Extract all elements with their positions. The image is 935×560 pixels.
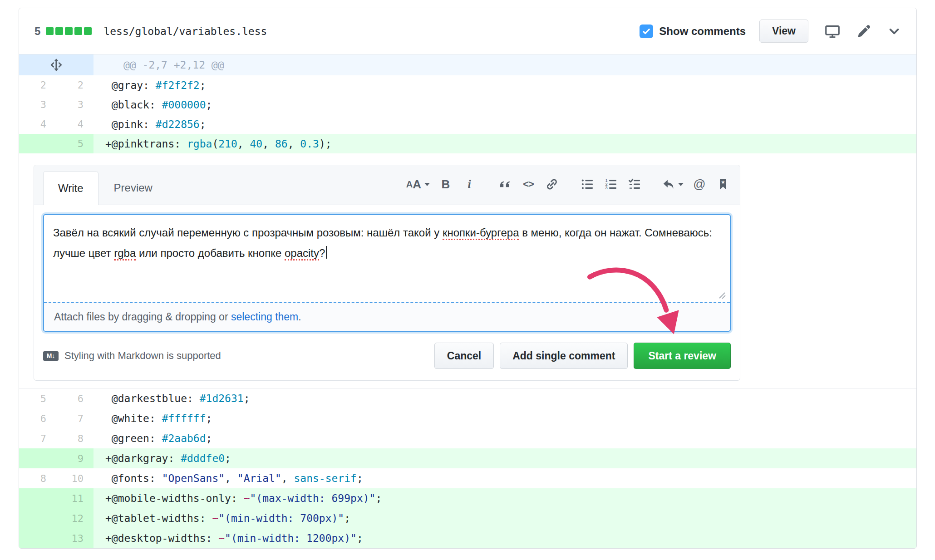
- old-line-number[interactable]: [19, 448, 56, 468]
- diff-row-context: 810 @fonts: "OpenSans", "Arial", sans-se…: [19, 468, 916, 488]
- new-line-number[interactable]: 5: [56, 134, 94, 153]
- reply-icon[interactable]: [662, 172, 684, 196]
- file-header-actions: Show comments View: [640, 20, 901, 43]
- old-line-number[interactable]: 2: [19, 75, 56, 95]
- old-line-number[interactable]: [19, 528, 56, 548]
- link-icon[interactable]: [544, 172, 560, 196]
- diffstat-count: 5: [34, 25, 40, 38]
- code-line: @black: #000000;: [94, 95, 916, 114]
- comment-textarea[interactable]: Завёл на всякий случай переменную с проз…: [44, 215, 730, 302]
- comment-text: ?: [319, 247, 325, 259]
- view-button[interactable]: View: [759, 20, 808, 43]
- add-single-comment-button[interactable]: Add single comment: [500, 343, 628, 369]
- diffstat: 5: [34, 25, 92, 38]
- select-files-link[interactable]: selecting them: [231, 311, 298, 323]
- markdown-icon[interactable]: M↓: [43, 351, 59, 361]
- new-line-number[interactable]: 2: [56, 75, 94, 95]
- code-icon[interactable]: <>: [521, 172, 536, 196]
- code-line: @pink: #d22856;: [94, 114, 916, 134]
- show-comments-checkbox[interactable]: [640, 25, 653, 38]
- diff-row-context: 44 @pink: #d22856;: [19, 114, 916, 134]
- diff-row-added: 13+@desktop-widths: ~"(min-width: 1200px…: [19, 528, 916, 548]
- tab-write[interactable]: Write: [43, 171, 98, 205]
- old-line-number[interactable]: 4: [19, 114, 56, 134]
- diff-row-context: 78 @green: #2aab6d;: [19, 428, 916, 448]
- diff-row-added: 11+@mobile-widths-only: ~"(max-width: 69…: [19, 488, 916, 508]
- start-review-button[interactable]: Start a review: [634, 343, 731, 369]
- text-cursor: [326, 246, 327, 259]
- task-list-icon[interactable]: [627, 172, 642, 196]
- text-size-icon[interactable]: AA: [406, 172, 430, 196]
- diff-row-added: 12+@tablet-widths: ~"(min-width: 700px)"…: [19, 508, 916, 528]
- old-line-number[interactable]: 7: [19, 428, 56, 448]
- code-line: +@mobile-widths-only: ~"(max-width: 699p…: [94, 488, 916, 508]
- old-line-number[interactable]: [19, 488, 56, 508]
- diff-row-added: 5+@pinktrans: rgba(210, 40, 86, 0.3);: [19, 134, 916, 153]
- quote-icon[interactable]: [497, 172, 512, 196]
- unordered-list-icon[interactable]: [580, 172, 595, 196]
- display-icon[interactable]: [825, 24, 840, 39]
- cancel-button[interactable]: Cancel: [434, 343, 494, 369]
- ordered-list-icon[interactable]: 123: [603, 172, 619, 196]
- code-line: @white: #ffffff;: [94, 408, 916, 428]
- form-action-buttons: Cancel Add single comment Start a review: [434, 343, 731, 369]
- new-line-number[interactable]: 3: [56, 95, 94, 114]
- tab-preview[interactable]: Preview: [98, 171, 168, 205]
- comment-form-body: Завёл на всякий случай переменную с проз…: [34, 205, 740, 332]
- comment-text: или просто добавить кнопке: [136, 247, 285, 259]
- diff-row-context: 67 @white: #ffffff;: [19, 408, 916, 428]
- new-line-number[interactable]: 6: [56, 388, 94, 408]
- comment-form-footer: M↓ Styling with Markdown is supported Ca…: [34, 332, 740, 380]
- new-line-number[interactable]: 10: [56, 468, 94, 488]
- comment-form-header: Write Preview AABi<>123@★: [34, 165, 740, 205]
- old-line-number[interactable]: 5: [19, 388, 56, 408]
- hunk-header-text: @@ -2,7 +2,12 @@: [94, 54, 916, 75]
- markdown-note: M↓ Styling with Markdown is supported: [43, 350, 221, 362]
- mention-icon[interactable]: @: [692, 172, 707, 196]
- new-line-number[interactable]: 11: [56, 488, 94, 508]
- comment-editor: Завёл на всякий случай переменную с проз…: [43, 214, 731, 332]
- old-line-number[interactable]: [19, 134, 56, 153]
- new-line-number[interactable]: 8: [56, 428, 94, 448]
- new-line-number[interactable]: 13: [56, 528, 94, 548]
- inline-comment-section: Write Preview AABi<>123@★ Завёл на всяки…: [19, 153, 916, 388]
- diff-table-top: @@ -2,7 +2,12 @@ 22 @gray: #f2f2f2;33 @b…: [19, 54, 916, 153]
- diff-row-context: 33 @black: #000000;: [19, 95, 916, 114]
- old-line-number[interactable]: [19, 508, 56, 528]
- misspelled-word: кнопки-бургера: [443, 226, 519, 240]
- old-line-number[interactable]: 8: [19, 468, 56, 488]
- diffstat-block-added: [55, 27, 63, 35]
- new-line-number[interactable]: 12: [56, 508, 94, 528]
- diffstat-block-added: [46, 27, 54, 35]
- attach-files-zone[interactable]: Attach files by dragging & dropping or s…: [44, 302, 730, 331]
- hunk-grabber[interactable]: [19, 54, 94, 75]
- hunk-header-row: @@ -2,7 +2,12 @@: [19, 54, 916, 75]
- code-line: @green: #2aab6d;: [94, 428, 916, 448]
- comment-text: Завёл на всякий случай переменную с проз…: [53, 226, 443, 239]
- code-line: +@darkgray: #dddfe0;: [94, 448, 916, 468]
- code-line: +@tablet-widths: ~"(min-width: 700px)";: [94, 508, 916, 528]
- diff-row-context: 56 @darkestblue: #1d2631;: [19, 388, 916, 408]
- show-comments-label[interactable]: Show comments: [659, 25, 746, 38]
- new-line-number[interactable]: 4: [56, 114, 94, 134]
- code-line: @darkestblue: #1d2631;: [94, 388, 916, 408]
- code-line: @fonts: "OpenSans", "Arial", sans-serif;: [94, 468, 916, 488]
- svg-text:3: 3: [605, 185, 607, 190]
- saved-replies-icon[interactable]: ★: [715, 172, 731, 196]
- bold-icon[interactable]: B: [438, 172, 453, 196]
- italic-icon[interactable]: i: [462, 172, 477, 196]
- old-line-number[interactable]: 3: [19, 95, 56, 114]
- code-line: +@pinktrans: rgba(210, 40, 86, 0.3);: [94, 134, 916, 153]
- pencil-icon[interactable]: [856, 24, 871, 39]
- attach-text-suffix: .: [298, 311, 301, 323]
- attach-text: Attach files by dragging & dropping or: [54, 311, 231, 323]
- new-line-number[interactable]: 9: [56, 448, 94, 468]
- resize-handle[interactable]: [718, 291, 726, 299]
- file-diff-container: 5 less/global/variables.less Show commen…: [19, 8, 917, 549]
- markdown-toolbar: AABi<>123@★: [398, 165, 731, 205]
- old-line-number[interactable]: 6: [19, 408, 56, 428]
- new-line-number[interactable]: 7: [56, 408, 94, 428]
- misspelled-word: opacity: [285, 247, 319, 260]
- chevron-down-icon[interactable]: [887, 25, 901, 38]
- diffstat-block-added: [84, 27, 92, 35]
